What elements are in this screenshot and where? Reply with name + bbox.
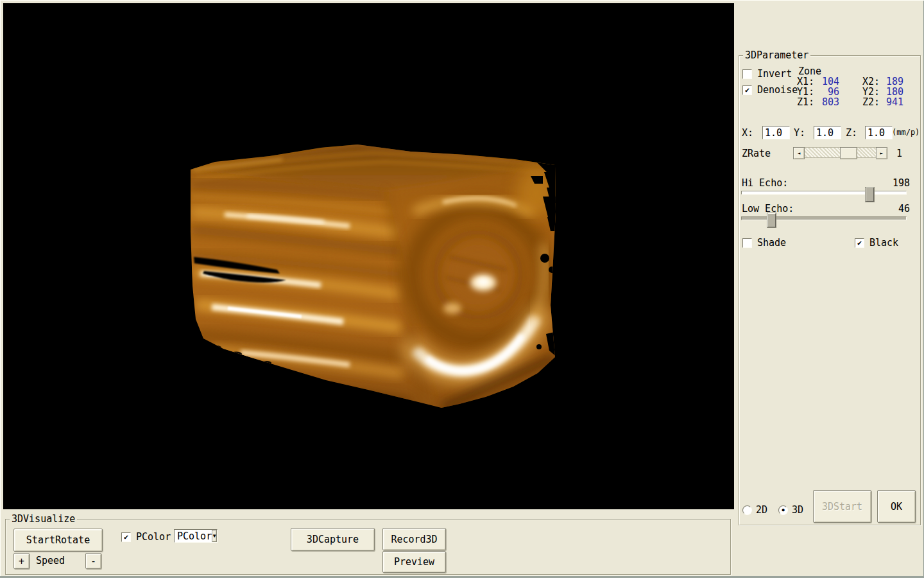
zrate-scroll-right-button[interactable]: ► [876,147,887,159]
mode-3d-radio[interactable]: ● [778,505,788,515]
low-echo-track[interactable] [741,216,907,220]
low-echo-slider[interactable] [741,211,907,230]
arrow-left-icon: ◄ [798,150,801,156]
ok-button[interactable]: OK [877,490,916,523]
scale-x-label: X: [742,127,753,139]
scale-unit-label: (mm/p) [892,128,920,137]
speed-plus-button[interactable]: + [13,553,30,569]
parameter-groupbox: 3DParameter Invert ✔ Denoise Zone X1: 10… [739,55,921,525]
parameter-group-title: 3DParameter [743,49,810,61]
zrate-scroll-thumb[interactable] [840,147,857,159]
mode-3d-radio-row: ● 3D [778,505,803,515]
zrate-scrollbar[interactable]: ◄ ► [793,147,887,158]
shade-checkbox[interactable] [742,238,752,248]
hi-echo-thumb[interactable] [866,188,874,202]
render-viewport[interactable] [3,3,734,509]
zrate-scroll-track[interactable] [805,147,876,158]
speed-label: Speed [36,555,65,566]
invert-checkbox-row: Invert [742,69,792,79]
speed-minus-button[interactable]: - [85,553,101,569]
shade-label: Shade [757,237,786,249]
pcolor-checkbox-row: ✔ PColor [121,532,171,542]
shade-checkbox-row: Shade [742,238,786,248]
zone-z1-value: 803 [811,96,839,108]
record3d-button[interactable]: Record3D [382,528,446,550]
visualize-groupbox: 3DVisualize StartRotate ✔ PColor PColor … [5,519,731,575]
start-rotate-button[interactable]: StartRotate [13,529,103,552]
scale-y-label: Y: [794,127,805,139]
pcolor-dropdown[interactable]: PColor ▼ [174,529,218,543]
pcolor-label: PColor [136,531,171,543]
scale-y-input[interactable] [814,126,841,139]
3dstart-button[interactable]: 3DStart [813,490,871,523]
pcolor-checkbox[interactable]: ✔ [121,532,131,542]
denoise-label: Denoise [757,84,798,96]
zrate-value: 1 [896,148,902,159]
black-checkbox-row: ✔ Black [855,238,898,248]
hi-echo-track[interactable] [741,191,907,195]
arrow-right-icon: ► [880,150,884,156]
visualize-group-title: 3DVisualize [10,513,77,525]
invert-checkbox[interactable] [742,69,752,79]
invert-label: Invert [757,68,792,80]
preview-button[interactable]: Preview [382,551,446,573]
zrate-label: ZRate [742,148,771,159]
3dcapture-button[interactable]: 3DCapture [291,528,375,551]
low-echo-thumb[interactable] [767,213,776,227]
ultrasound-volume-render [3,3,734,509]
mode-2d-radio[interactable] [742,505,752,515]
scale-x-input[interactable] [762,126,790,139]
dropdown-arrow-icon: ▼ [213,533,216,539]
black-checkbox[interactable]: ✔ [855,238,864,248]
mode-2d-radio-row: 2D [742,505,767,515]
black-label: Black [869,237,898,249]
mode-3d-label: 3D [792,504,803,516]
mode-2d-label: 2D [756,504,767,516]
app-window: 3DParameter Invert ✔ Denoise Zone X1: 10… [0,0,924,578]
pcolor-dropdown-button[interactable]: ▼ [212,530,217,542]
hi-echo-slider[interactable] [741,185,907,204]
scale-z-label: Z: [846,127,857,139]
zone-z2-value: 941 [875,96,903,108]
zrate-scroll-left-button[interactable]: ◄ [793,147,805,159]
scale-z-input[interactable] [865,126,893,139]
denoise-checkbox-row: ✔ Denoise [742,85,798,95]
pcolor-dropdown-value: PColor [175,530,212,542]
denoise-checkbox[interactable]: ✔ [742,85,752,95]
